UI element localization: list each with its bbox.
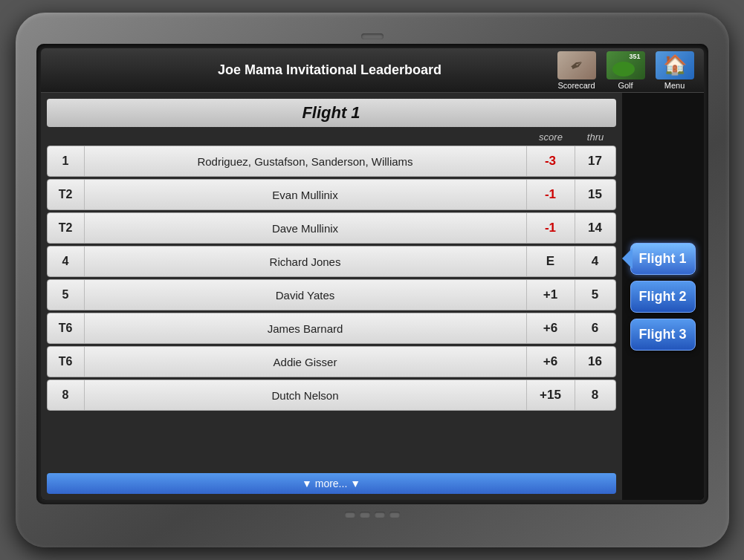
col-score-header: score bbox=[527, 131, 575, 143]
row-name: David Yates bbox=[85, 289, 526, 302]
flight3-button[interactable]: Flight 3 bbox=[630, 319, 696, 351]
bottom-dot-2 bbox=[360, 512, 370, 518]
col-headers: score thru bbox=[47, 130, 616, 144]
menu-label: Menu bbox=[664, 81, 685, 90]
header-bar: Joe Mama Invitational Leaderboard ✒ Scor… bbox=[41, 48, 704, 93]
leaderboard-rows: 1 Rodriguez, Gustafson, Sanderson, Willi… bbox=[47, 146, 616, 470]
green-circle bbox=[612, 62, 635, 76]
row-score: +6 bbox=[526, 347, 575, 377]
row-score: -3 bbox=[526, 146, 575, 176]
row-rank: T2 bbox=[48, 180, 85, 209]
table-row: T6 James Barnard +6 6 bbox=[47, 313, 616, 344]
row-name: James Barnard bbox=[85, 322, 526, 335]
table-row: 4 Richard Jones E 4 bbox=[47, 246, 616, 277]
table-row: 8 Dutch Nelson +15 8 bbox=[47, 380, 616, 411]
table-row: T2 Evan Mullinix -1 15 bbox=[47, 179, 616, 210]
row-rank: 4 bbox=[48, 247, 85, 276]
row-rank: 1 bbox=[48, 146, 85, 176]
row-name: Evan Mullinix bbox=[85, 189, 526, 201]
col-name-header bbox=[84, 131, 527, 143]
scorecard-icon-img: ✒ bbox=[557, 51, 596, 79]
row-score: +15 bbox=[526, 380, 575, 410]
screen: Joe Mama Invitational Leaderboard ✒ Scor… bbox=[41, 48, 704, 500]
flight2-button[interactable]: Flight 2 bbox=[630, 281, 696, 313]
row-thru: 15 bbox=[575, 180, 615, 209]
golf-label: Golf bbox=[618, 81, 633, 90]
golf-icon-img: 351 bbox=[606, 51, 645, 79]
row-name: Addie Gisser bbox=[85, 356, 526, 368]
row-name: Dave Mullinix bbox=[85, 222, 526, 235]
flight1-button[interactable]: Flight 1 bbox=[630, 243, 696, 275]
bottom-dot-4 bbox=[389, 512, 400, 518]
row-thru: 8 bbox=[575, 380, 615, 410]
flight-title: Flight 1 bbox=[47, 99, 616, 127]
pen-icon: ✒ bbox=[566, 53, 587, 77]
col-thru-header: thru bbox=[575, 131, 616, 143]
golf-number: 351 bbox=[629, 53, 640, 60]
row-name: Rodriguez, Gustafson, Sanderson, William… bbox=[85, 155, 526, 168]
scorecard-button[interactable]: ✒ Scorecard bbox=[554, 49, 600, 92]
row-rank: T6 bbox=[48, 347, 85, 377]
scorecard-label: Scorecard bbox=[557, 81, 595, 90]
table-row: T2 Dave Mullinix -1 14 bbox=[47, 212, 616, 244]
leaderboard-panel: Flight 1 score thru 1 Rodriguez, Gustafs… bbox=[41, 93, 622, 500]
camera-bump bbox=[361, 33, 384, 39]
row-thru: 14 bbox=[575, 213, 615, 243]
more-button[interactable]: ▼ more... ▼ bbox=[47, 473, 616, 494]
row-thru: 6 bbox=[575, 313, 615, 343]
bottom-dot-1 bbox=[345, 512, 355, 518]
bottom-dot-3 bbox=[375, 512, 385, 518]
header-title: Joe Mama Invitational Leaderboard bbox=[47, 62, 554, 78]
golf-button[interactable]: 351 Golf bbox=[603, 49, 649, 92]
row-rank: 8 bbox=[48, 380, 85, 410]
row-name: Richard Jones bbox=[85, 255, 526, 268]
col-rank-header bbox=[47, 131, 84, 143]
table-row: 5 David Yates +1 5 bbox=[47, 279, 616, 310]
row-name: Dutch Nelson bbox=[85, 389, 526, 402]
row-thru: 17 bbox=[575, 146, 615, 176]
menu-button[interactable]: 🏠 Menu bbox=[652, 49, 698, 92]
device-bottom bbox=[345, 512, 400, 518]
flight1-container: Flight 1 bbox=[622, 243, 704, 275]
row-score: -1 bbox=[526, 180, 575, 209]
row-rank: 5 bbox=[48, 280, 85, 310]
home-icon: 🏠 bbox=[663, 53, 687, 76]
right-sidebar: Flight 1 Flight 2 Flight 3 bbox=[622, 93, 704, 500]
row-thru: 5 bbox=[575, 280, 615, 310]
menu-icon-img: 🏠 bbox=[656, 51, 694, 79]
row-score: E bbox=[526, 247, 575, 276]
row-rank: T6 bbox=[48, 313, 85, 343]
table-row: T6 Addie Gisser +6 16 bbox=[47, 346, 616, 377]
main-content: Flight 1 score thru 1 Rodriguez, Gustafs… bbox=[41, 93, 704, 500]
row-score: +6 bbox=[526, 313, 575, 343]
device-frame: Joe Mama Invitational Leaderboard ✒ Scor… bbox=[16, 13, 729, 547]
table-row: 1 Rodriguez, Gustafson, Sanderson, Willi… bbox=[47, 146, 616, 177]
row-score: +1 bbox=[526, 280, 575, 310]
row-score: -1 bbox=[526, 213, 575, 243]
row-thru: 4 bbox=[575, 247, 615, 276]
row-thru: 16 bbox=[575, 347, 615, 377]
screen-outer: Joe Mama Invitational Leaderboard ✒ Scor… bbox=[36, 44, 708, 504]
row-rank: T2 bbox=[48, 213, 85, 243]
header-icons: ✒ Scorecard 351 Golf bbox=[554, 49, 698, 92]
flight1-arrow bbox=[622, 248, 633, 269]
